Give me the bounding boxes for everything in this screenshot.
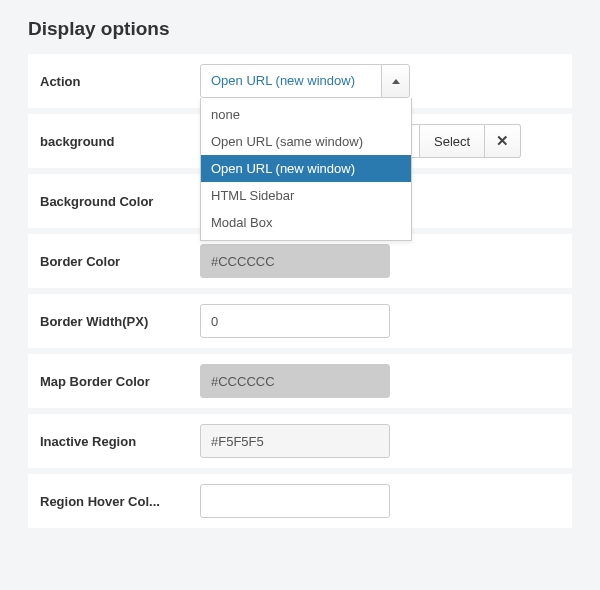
label-border-width: Border Width(PX) [40,314,200,329]
inactive-region-input[interactable] [200,424,390,458]
action-dropdown-list: none Open URL (same window) Open URL (ne… [200,98,412,241]
action-dropdown-toggle[interactable] [381,65,409,97]
row-inactive-region: Inactive Region [28,414,572,468]
background-select-button[interactable]: Select [420,124,485,158]
action-option-open-url-same-window[interactable]: Open URL (same window) [201,128,411,155]
action-option-modal-box[interactable]: Modal Box [201,209,411,236]
label-border-color: Border Color [40,254,200,269]
row-border-width: Border Width(PX) [28,294,572,348]
close-icon: ✕ [496,132,509,150]
label-region-hover-color: Region Hover Col... [40,494,200,509]
display-options-panel: Display options Action Open URL (new win… [0,0,600,528]
section-title: Display options [28,18,572,40]
caret-up-icon [392,79,400,84]
label-inactive-region: Inactive Region [40,434,200,449]
action-combobox[interactable]: Open URL (new window) none Open URL (sam… [200,64,410,98]
border-width-input[interactable] [200,304,390,338]
row-map-border-color: Map Border Color [28,354,572,408]
border-color-input[interactable] [200,244,390,278]
label-background: background [40,134,200,149]
map-border-color-input[interactable] [200,364,390,398]
action-selected-value: Open URL (new window) [201,65,381,97]
row-region-hover-color: Region Hover Col... [28,474,572,528]
action-option-html-sidebar[interactable]: HTML Sidebar [201,182,411,209]
action-option-none[interactable]: none [201,101,411,128]
row-border-color: Border Color [28,234,572,288]
label-map-border-color: Map Border Color [40,374,200,389]
background-clear-button[interactable]: ✕ [485,124,521,158]
action-option-open-url-new-window[interactable]: Open URL (new window) [201,155,411,182]
row-action: Action Open URL (new window) none Open U… [28,54,572,108]
label-background-color: Background Color [40,194,200,209]
label-action: Action [40,74,200,89]
region-hover-color-input[interactable] [200,484,390,518]
